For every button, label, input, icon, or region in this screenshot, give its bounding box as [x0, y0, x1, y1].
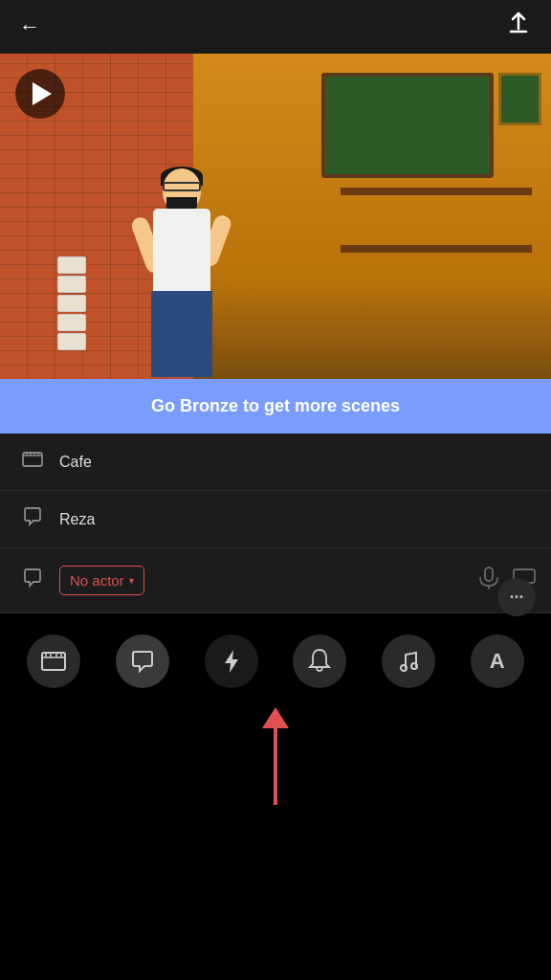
character-avatar: [134, 168, 230, 379]
toolbar-chat-button[interactable]: [116, 635, 169, 688]
toolbar-flash-button[interactable]: [205, 635, 258, 688]
annotation-arrow: [0, 698, 551, 824]
bottom-toolbar: A: [0, 617, 551, 698]
svg-rect-6: [485, 568, 493, 581]
content-section: Cafe Reza No actor ▾: [0, 434, 551, 613]
toolbar-bell-button[interactable]: [293, 635, 346, 688]
actor-row: No actor ▾ ···: [0, 548, 551, 613]
props-cups: [57, 256, 86, 350]
share-button[interactable]: [505, 11, 532, 43]
svg-rect-0: [23, 453, 42, 466]
dialogue-row[interactable]: Reza: [0, 491, 551, 548]
scene-row[interactable]: Cafe: [0, 434, 551, 491]
no-actor-dropdown[interactable]: No actor ▾: [59, 566, 144, 595]
dialogue-icon: [19, 506, 46, 532]
toolbar-text-button[interactable]: A: [471, 635, 524, 688]
play-icon: [33, 82, 52, 105]
dropdown-arrow-icon: ▾: [129, 575, 134, 586]
mic-icon[interactable]: [478, 567, 499, 595]
back-button[interactable]: ←: [19, 14, 40, 39]
arrow-head-icon: [262, 707, 289, 728]
scene-value: Cafe: [59, 454, 92, 471]
toolbar-music-button[interactable]: [382, 635, 435, 688]
video-preview: [0, 54, 551, 379]
upgrade-banner[interactable]: Go Bronze to get more scenes: [0, 379, 551, 434]
header: ←: [0, 0, 551, 54]
dialogue-value: Reza: [59, 511, 95, 528]
more-button[interactable]: ···: [497, 578, 536, 616]
text-icon: A: [490, 649, 505, 674]
svg-point-17: [401, 665, 407, 671]
arrow-shaft: [274, 728, 277, 805]
toolbar-film-button[interactable]: [27, 635, 80, 688]
play-button[interactable]: [15, 69, 65, 119]
actor-icon: [19, 568, 46, 593]
upgrade-banner-text: Go Bronze to get more scenes: [151, 396, 400, 415]
svg-point-18: [411, 663, 417, 669]
scene-icon: [19, 449, 46, 475]
no-actor-label: No actor: [70, 572, 124, 589]
